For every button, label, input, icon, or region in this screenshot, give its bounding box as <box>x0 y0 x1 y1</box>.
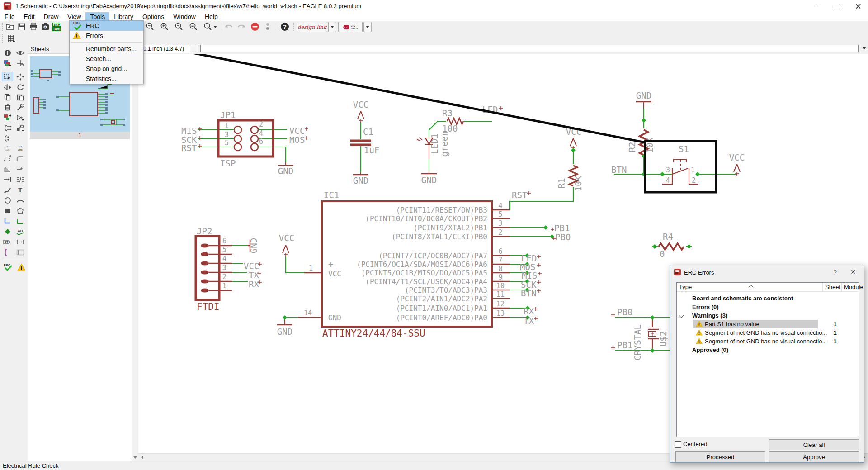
menu-draw[interactable]: Draw <box>39 12 63 21</box>
name-tool[interactable]: R210k <box>2 143 13 153</box>
redo-button[interactable] <box>236 22 247 31</box>
column-sheet[interactable]: Sheet <box>825 284 840 290</box>
label-tool[interactable]: AB <box>14 227 26 236</box>
net-tool[interactable] <box>14 216 26 226</box>
export-image-button[interactable] <box>40 22 51 31</box>
zoom-select-button[interactable] <box>203 22 218 31</box>
stop-button[interactable] <box>250 22 260 31</box>
gate-add-tool[interactable] <box>14 113 26 122</box>
scroll-down-icon[interactable] <box>133 456 137 459</box>
grid-button[interactable] <box>5 34 18 43</box>
erc-row-approved[interactable]: Approved (0) <box>677 346 859 354</box>
erc-tool[interactable]: ERC <box>2 262 13 272</box>
add-part-tool[interactable] <box>2 113 13 122</box>
copy-tool[interactable] <box>2 92 13 102</box>
menu-item-statistics[interactable]: Statistics... <box>70 74 143 84</box>
wire-tool[interactable] <box>2 185 13 195</box>
coord-small-button[interactable] <box>190 45 198 53</box>
open-button[interactable] <box>5 22 15 31</box>
text-tool[interactable]: T <box>14 185 26 195</box>
attribute-tool[interactable]: AT <box>2 237 13 247</box>
column-module[interactable]: Module <box>844 284 863 290</box>
erc-row-consistent[interactable]: Board and schematic are consistent <box>677 294 859 303</box>
polygon-tool[interactable] <box>14 206 26 215</box>
menu-window[interactable]: Window <box>169 12 200 21</box>
net-class-tool[interactable] <box>14 175 26 184</box>
zoom-in-button[interactable] <box>159 22 170 31</box>
dialog-close-button[interactable]: ✕ <box>850 268 856 275</box>
minimize-button[interactable] <box>806 0 827 12</box>
erc-row-warnings[interactable]: Warnings (3) <box>677 311 859 320</box>
pin-array-tool[interactable] <box>14 237 26 247</box>
scroll-left-icon[interactable] <box>141 456 143 459</box>
erc-row-errors[interactable]: Errors (0) <box>677 303 859 311</box>
processed-button[interactable]: Processed <box>675 451 765 462</box>
maximize-button[interactable] <box>827 0 848 12</box>
show-tool[interactable] <box>14 48 26 57</box>
command-line-input[interactable] <box>200 45 859 52</box>
replace-tool[interactable] <box>14 123 26 133</box>
undo-button[interactable] <box>223 22 234 31</box>
menu-help[interactable]: Help <box>200 12 222 21</box>
rect-tool[interactable] <box>2 206 13 215</box>
arc-tool[interactable] <box>14 195 26 205</box>
erc-errors-tool[interactable] <box>14 262 26 272</box>
erc-warning-1[interactable]: Part S1 has no value 1 <box>677 320 859 328</box>
value-tool[interactable]: R210k <box>14 143 26 153</box>
design-link-dropdown[interactable] <box>328 22 336 32</box>
zoom-out-button[interactable] <box>174 22 184 31</box>
junction-tool[interactable] <box>2 227 13 236</box>
approve-button[interactable]: Approve <box>769 451 859 462</box>
group-select-tool[interactable] <box>2 72 13 81</box>
invoke-tool[interactable] <box>2 175 13 184</box>
design-link-button[interactable]: design link <box>297 22 327 32</box>
sheet-number-label[interactable]: 1 <box>30 132 130 139</box>
gateswap-tool[interactable] <box>2 133 13 143</box>
delete-tool[interactable] <box>2 102 13 112</box>
ltc-spice-button[interactable]: LT LTCSPICE <box>338 22 363 32</box>
bus-tool[interactable] <box>2 216 13 226</box>
move-tool[interactable] <box>14 72 26 81</box>
centered-checkbox[interactable] <box>675 441 681 448</box>
list-column-headers[interactable]: Type Sheet Module <box>677 283 859 292</box>
circle-tool[interactable] <box>2 195 13 205</box>
menu-item-erc[interactable]: ERC ERC <box>70 21 143 31</box>
frame-tool[interactable] <box>14 247 26 257</box>
mirror-tool[interactable] <box>2 82 13 92</box>
menu-options[interactable]: Options <box>138 12 169 21</box>
menu-edit[interactable]: Edit <box>19 12 39 21</box>
save-button[interactable] <box>16 22 27 31</box>
change-tool[interactable] <box>14 102 26 112</box>
menu-item-errors[interactable]: Errors <box>70 31 143 41</box>
sheets-scrollbar[interactable] <box>132 44 138 461</box>
pinswap-tool[interactable] <box>2 123 13 133</box>
zoom-fit-button[interactable] <box>145 22 156 31</box>
zoom-redraw-button[interactable] <box>188 22 199 31</box>
erc-list[interactable]: Type Sheet Module Board and schematic ar… <box>676 282 859 437</box>
erc-warning-2[interactable]: Segment of net GND has no visual connect… <box>677 328 859 337</box>
command-dropdown-icon[interactable] <box>863 47 866 49</box>
smash-tool[interactable] <box>2 154 13 163</box>
menu-item-search[interactable]: Search... <box>70 54 143 64</box>
menu-library[interactable]: Library <box>109 12 138 21</box>
split-tool[interactable] <box>14 164 26 174</box>
mark-tool[interactable] <box>14 58 26 68</box>
rotate-tool[interactable] <box>14 82 26 92</box>
paste-tool[interactable] <box>14 92 26 102</box>
menu-view[interactable]: View <box>63 12 85 21</box>
display-layers-tool[interactable] <box>2 58 13 68</box>
info-tool[interactable] <box>2 48 13 57</box>
menu-tools[interactable]: Tools <box>85 12 109 21</box>
column-type[interactable]: Type <box>679 284 692 290</box>
menu-item-snap[interactable]: Snap on grid... <box>70 64 143 74</box>
dimension-tool[interactable] <box>2 247 13 257</box>
ltc-spice-dropdown[interactable] <box>363 22 372 32</box>
traffic-light-button[interactable] <box>262 22 273 31</box>
miter-tool[interactable] <box>14 154 26 163</box>
dialog-title-bar[interactable]: ERC Errors ? ✕ <box>670 265 864 280</box>
menu-item-renumber[interactable]: Renumber parts... <box>70 44 143 54</box>
dialog-help-button[interactable]: ? <box>833 269 837 276</box>
help-button[interactable]: ? <box>279 22 290 31</box>
clear-all-button[interactable]: Clear all <box>769 439 859 450</box>
erc-warning-3[interactable]: Segment of net GND has no visual connect… <box>677 337 859 346</box>
